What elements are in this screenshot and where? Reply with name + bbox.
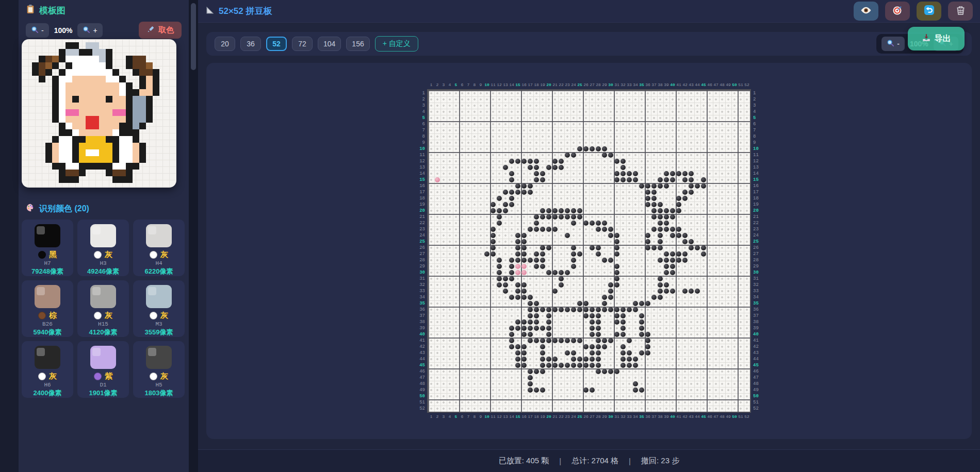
color-swatch [146,346,172,369]
left-edge-strip [0,0,19,472]
template-pixel [79,103,86,109]
black-bead [546,326,551,331]
template-pixel [146,76,153,82]
color-card[interactable]: 灰M33559像素 [133,280,185,337]
black-bead [608,289,613,294]
template-pixel [59,136,66,143]
pink-bead [521,270,527,275]
template-pixel [25,143,32,149]
template-zoom-level: 100% [54,26,73,35]
color-card[interactable]: 紫D11901像素 [77,341,129,398]
black-bead [682,177,688,182]
size-pill-156[interactable]: 156 [346,37,369,51]
black-bead [515,282,520,288]
target-button[interactable] [885,2,910,21]
color-card[interactable]: 灰H46220像素 [133,220,185,276]
black-bead [571,245,576,250]
black-bead [528,183,533,189]
black-bead [528,387,533,393]
black-bead [614,239,619,244]
black-bead [534,338,539,343]
template-pixel [86,170,92,176]
template-pixel [59,82,66,89]
color-card[interactable]: 灰H154120像素 [77,280,129,337]
black-bead [614,319,619,325]
template-pixel [106,69,112,76]
status-separator: | [559,457,561,465]
black-bead [596,313,601,318]
template-pixel [119,56,126,62]
black-bead [633,381,638,386]
template-pixel [159,149,166,156]
template-pixel [86,56,92,62]
black-bead [528,381,533,386]
size-pill-104[interactable]: 104 [318,37,341,51]
size-pill-36[interactable]: 36 [240,37,261,51]
color-swatch [146,224,172,247]
template-pixel [39,176,45,183]
black-bead [534,264,539,269]
color-card[interactable]: 灰H62400像素 [22,341,73,398]
undo-button[interactable] [917,2,941,21]
template-pixel [146,116,153,123]
template-pixel [126,183,133,188]
scrollbar-thumb[interactable] [191,3,196,70]
color-card[interactable]: 黑H779248像素 [22,220,73,276]
template-pixel [166,109,173,116]
pick-color-button[interactable]: 取色 [139,22,182,39]
black-bead [534,171,539,176]
template-pixel [153,170,159,176]
size-pill-20[interactable]: 20 [215,37,235,51]
bead-grid[interactable] [427,89,751,413]
template-pixel [126,149,133,156]
template-pixel [159,103,166,109]
template-pixel [52,96,59,103]
template-pixel [133,116,139,123]
template-pixel [126,62,133,69]
trash-button[interactable] [948,2,973,21]
black-bead [645,338,650,343]
template-pixel [79,143,86,149]
export-button[interactable]: 导出 [908,27,965,50]
board-zoom-out-button[interactable]: - [881,37,905,51]
template-pixel [39,103,45,109]
template-pixel [112,149,119,156]
color-card[interactable]: 灰H51803像素 [133,341,185,398]
custom-size-button[interactable]: + 自定义 [375,36,418,52]
template-pixel [153,109,159,116]
size-pill-72[interactable]: 72 [292,37,313,51]
sidebar-scrollbar[interactable] [189,0,198,472]
black-bead [664,289,669,294]
template-pixel [25,163,32,170]
main-area: 52×52 拼豆板 20365272104156 + 自定义 - 100% [198,0,980,472]
template-pixel [86,96,92,103]
template-pixel [39,143,45,149]
template-pixel [25,49,32,56]
black-bead [565,153,570,158]
template-pixel [79,76,86,82]
template-pixel [153,183,159,188]
template-pixel [146,149,153,156]
black-bead [521,251,527,257]
zoom-out-label: - [897,40,900,48]
black-bead [571,350,576,356]
template-pixel [106,89,112,96]
template-pixel [106,170,112,176]
black-bead [651,295,657,300]
template-pixel [92,96,99,103]
color-card[interactable]: 灰H349246像素 [77,220,129,276]
template-pixel [66,136,72,143]
template-pixel [86,136,92,143]
template-preview-panel[interactable] [22,39,176,188]
color-card[interactable]: 棕B265940像素 [22,280,73,337]
template-pixel [32,123,39,129]
template-zoom-in-button[interactable]: + [77,23,102,38]
template-pixel [139,149,146,156]
preview-eye-button[interactable] [854,2,878,21]
template-zoom-out-button[interactable]: - [26,23,49,38]
template-pixel [25,69,32,76]
size-pill-52[interactable]: 52 [266,37,287,51]
black-bead [528,307,533,312]
template-pixel [112,82,119,89]
black-bead [682,171,688,176]
